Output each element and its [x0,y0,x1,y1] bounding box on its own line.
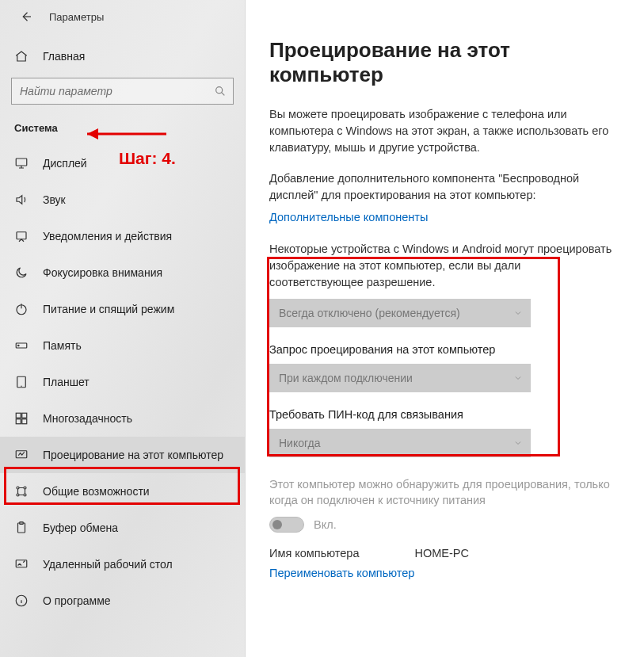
addon-text: Добавление дополнительного компонента "Б… [269,170,618,204]
tablet-icon [14,375,29,389]
window-title: Параметры [49,11,104,23]
search-icon [214,85,227,97]
shared-icon [14,484,29,498]
select-value: Никогда [279,437,320,449]
power-toggle[interactable] [269,517,304,533]
sidebar-item-label: Проецирование на этот компьютер [43,449,223,461]
sidebar-item-label: Общие возможности [43,485,150,498]
pc-name-value: HOME-PC [414,547,468,560]
rename-pc-link[interactable]: Переименовать компьютер [269,567,414,579]
chevron-down-icon [513,438,523,448]
svg-rect-1 [16,159,27,166]
sidebar-item-shared[interactable]: Общие возможности [0,473,245,510]
svg-point-0 [216,87,223,94]
main-panel: Проецирование на этот компьютер Вы может… [246,0,644,657]
moon-icon [14,265,29,280]
sidebar-item-label: Память [43,339,82,352]
pc-name-row: Имя компьютера HOME-PC [269,547,620,560]
power-icon [14,302,29,316]
search-input[interactable] [20,85,214,97]
svg-rect-7 [16,413,21,418]
svg-point-5 [18,345,20,346]
arrow-left-icon [19,10,33,24]
request-select[interactable]: При каждом подключении [269,364,531,392]
sidebar-item-tablet[interactable]: Планшет [0,364,245,400]
sidebar-item-projecting[interactable]: Проецирование на этот компьютер [0,437,245,473]
header-row: Параметры [0,0,245,30]
sidebar-item-notifications[interactable]: Уведомления и действия [0,218,245,254]
toggle-label: Вкл. [314,518,337,531]
info-icon [14,594,29,608]
group-label-pin: Требовать ПИН-код для связывания [269,408,620,421]
select-value: Всегда отключено (рекомендуется) [279,307,460,319]
sidebar-item-sound[interactable]: Звук [0,181,245,218]
sidebar-item-label: Удаленный рабочий стол [43,558,173,571]
notification-icon [14,229,29,243]
sidebar: Параметры Главная Система Дисплей Звук [0,0,246,657]
sidebar-item-label: Фокусировка внимания [43,266,162,279]
sidebar-item-display[interactable]: Дисплей [0,145,245,181]
sidebar-item-power[interactable]: Питание и спящий режим [0,291,245,327]
optional-features-link[interactable]: Дополнительные компоненты [269,211,428,223]
svg-rect-9 [16,419,21,424]
chevron-down-icon [513,308,523,318]
select-value: При каждом подключении [279,372,413,384]
svg-point-15 [24,494,26,496]
sound-icon [14,193,29,207]
power-toggle-row: Вкл. [269,517,620,533]
availability-select[interactable]: Всегда отключено (рекомендуется) [269,299,531,327]
sidebar-item-focus[interactable]: Фокусировка внимания [0,254,245,291]
sidebar-item-label: Питание и спящий режим [43,303,174,315]
pc-name-label: Имя компьютера [269,547,359,560]
sidebar-item-label: Уведомления и действия [43,230,172,243]
sidebar-item-storage[interactable]: Память [0,327,245,364]
storage-icon [14,338,29,353]
monitor-icon [14,156,29,170]
svg-rect-10 [22,419,27,424]
group-label-request: Запрос проецирования на этот компьютер [269,343,620,356]
sidebar-item-clipboard[interactable]: Буфер обмена [0,510,245,546]
back-button[interactable] [17,8,35,25]
chevron-down-icon [513,373,523,383]
home-icon [14,49,29,63]
remote-icon [14,557,29,571]
home-button[interactable]: Главная [0,30,245,73]
category-title: Система [0,114,245,145]
svg-point-12 [17,487,19,489]
sidebar-item-about[interactable]: О программе [0,583,245,619]
clipboard-icon [14,521,29,535]
permission-text: Некоторые устройства с Windows и Android… [269,241,618,291]
sidebar-item-label: Буфер обмена [43,521,118,534]
search-box[interactable] [11,78,234,105]
sidebar-item-label: Звук [43,193,66,206]
sidebar-item-remote[interactable]: Удаленный рабочий стол [0,546,245,583]
sidebar-item-label: Дисплей [43,157,87,170]
projecting-icon [14,448,29,462]
intro-text: Вы можете проецировать изображение с тел… [269,106,618,156]
svg-point-13 [24,487,26,489]
sidebar-item-label: О программе [43,594,111,607]
pin-select[interactable]: Никогда [269,429,531,457]
multitask-icon [14,411,29,426]
page-title: Проецирование на этот компьютер [269,38,620,87]
svg-rect-2 [17,232,26,239]
home-label: Главная [43,50,85,63]
sidebar-item-multitasking[interactable]: Многозадачность [0,400,245,437]
svg-point-14 [17,494,19,496]
sidebar-item-label: Многозадачность [43,412,132,425]
power-note: Этот компьютер можно обнаружить для прое… [269,476,618,509]
svg-rect-8 [22,413,27,418]
sidebar-item-label: Планшет [43,376,90,388]
